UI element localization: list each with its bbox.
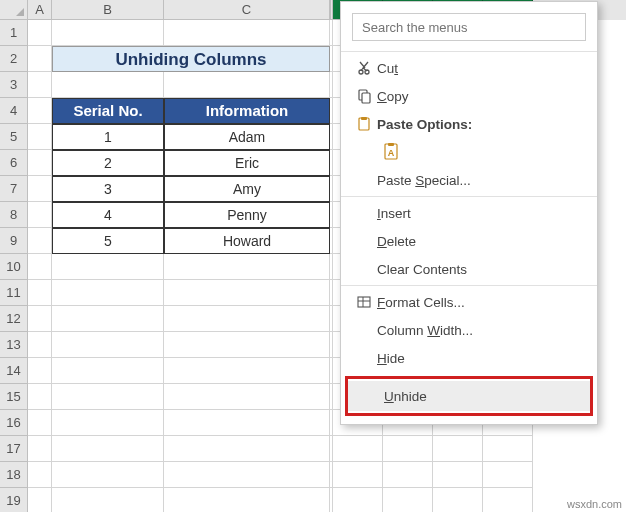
col-header-a[interactable]: A: [28, 0, 52, 20]
table-cell[interactable]: Adam: [164, 124, 330, 150]
menu-unhide[interactable]: Unhide: [348, 381, 590, 411]
select-all-corner[interactable]: [0, 0, 28, 20]
menu-hide[interactable]: Hide: [341, 344, 597, 372]
context-menu: Cut Copy Paste Options: A Paste Special.…: [340, 1, 598, 425]
table-cell[interactable]: Amy: [164, 176, 330, 202]
row-header[interactable]: 18: [0, 462, 28, 488]
row-header[interactable]: 1: [0, 20, 28, 46]
table-header-info: Information: [164, 98, 330, 124]
clipboard-a-icon: A: [379, 142, 405, 162]
menu-clear-contents[interactable]: Clear Contents: [341, 255, 597, 283]
menu-search-input[interactable]: [352, 13, 586, 41]
highlighted-unhide-box: Unhide: [345, 376, 593, 416]
row-header[interactable]: 8: [0, 202, 28, 228]
table-cell[interactable]: Howard: [164, 228, 330, 254]
table-cell[interactable]: 5: [52, 228, 164, 254]
table-cell[interactable]: 2: [52, 150, 164, 176]
row-header[interactable]: 3: [0, 72, 28, 98]
menu-insert[interactable]: Insert: [341, 199, 597, 227]
row-header[interactable]: 5: [0, 124, 28, 150]
row-header[interactable]: 2: [0, 46, 28, 72]
menu-paste-option-keep-source[interactable]: A: [341, 138, 597, 166]
menu-copy[interactable]: Copy: [341, 82, 597, 110]
row-header[interactable]: 7: [0, 176, 28, 202]
row-header[interactable]: 11: [0, 280, 28, 306]
svg-rect-1: [362, 93, 370, 103]
svg-rect-5: [388, 143, 394, 146]
clipboard-icon: [351, 116, 377, 132]
row-header[interactable]: 19: [0, 488, 28, 512]
scissors-icon: [351, 60, 377, 76]
menu-column-width[interactable]: Column Width...: [341, 316, 597, 344]
menu-cut[interactable]: Cut: [341, 54, 597, 82]
section-title: Unhiding Columns: [52, 46, 330, 72]
copy-icon: [351, 88, 377, 104]
svg-rect-7: [358, 297, 370, 307]
row-header[interactable]: 14: [0, 358, 28, 384]
row-header[interactable]: 9: [0, 228, 28, 254]
menu-format-cells[interactable]: Format Cells...: [341, 288, 597, 316]
menu-separator: [341, 285, 597, 286]
svg-text:A: A: [388, 148, 395, 158]
row-header[interactable]: 10: [0, 254, 28, 280]
row-header[interactable]: 16: [0, 410, 28, 436]
table-cell[interactable]: 1: [52, 124, 164, 150]
table-cell[interactable]: Penny: [164, 202, 330, 228]
format-cells-icon: [351, 294, 377, 310]
menu-separator: [341, 196, 597, 197]
row-header-column: 1 2 3 4 5 6 7 8 9 10 11 12 13 14 15 16 1…: [0, 20, 28, 512]
row-header[interactable]: 13: [0, 332, 28, 358]
row-header[interactable]: 4: [0, 98, 28, 124]
table-cell[interactable]: 4: [52, 202, 164, 228]
menu-paste-special[interactable]: Paste Special...: [341, 166, 597, 194]
menu-separator: [341, 51, 597, 52]
table-cell[interactable]: Eric: [164, 150, 330, 176]
menu-paste-options: Paste Options:: [341, 110, 597, 138]
row-header[interactable]: 12: [0, 306, 28, 332]
col-header-b[interactable]: B: [52, 0, 164, 20]
watermark: wsxdn.com: [567, 498, 622, 510]
col-header-c[interactable]: C: [164, 0, 330, 20]
hidden-columns-indicator[interactable]: [330, 0, 333, 20]
paste-options-label: Paste Options:: [377, 117, 589, 132]
menu-delete[interactable]: Delete: [341, 227, 597, 255]
row-header[interactable]: 17: [0, 436, 28, 462]
row-header[interactable]: 15: [0, 384, 28, 410]
row-header[interactable]: 6: [0, 150, 28, 176]
table-header-serial: Serial No.: [52, 98, 164, 124]
table-cell[interactable]: 3: [52, 176, 164, 202]
svg-rect-3: [361, 117, 367, 120]
